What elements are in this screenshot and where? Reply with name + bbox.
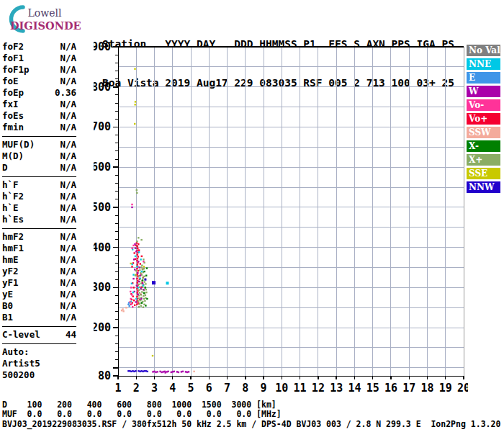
echo-point	[188, 371, 189, 372]
echo-point	[133, 300, 135, 301]
echo-point	[135, 104, 136, 105]
param-label: foEs	[2, 110, 24, 122]
echo-point	[145, 289, 147, 290]
echo-point	[131, 294, 132, 295]
echo-point	[143, 266, 145, 267]
echo-point	[138, 249, 140, 251]
echo-point	[134, 68, 135, 70]
param-row-b0: B0N/A	[2, 300, 76, 312]
echo-point	[161, 372, 162, 373]
echo-point	[136, 278, 138, 279]
param-label: foEp	[2, 87, 24, 99]
param-value: 0.36	[55, 87, 76, 99]
param-row-md: M(D)N/A	[2, 150, 76, 162]
echo-point	[132, 296, 134, 297]
muf-row: MUF 0.0 0.0 0.0 0.0 0.0 0.0 0.0 0.0 [MHz…	[2, 410, 282, 419]
echo-point	[140, 272, 141, 274]
param-label: foF1p	[2, 64, 30, 76]
param-row-foes: foEsN/A	[2, 110, 76, 122]
axis-tick-label: 80	[98, 369, 111, 382]
param-row-fof1p: foF1pN/A	[2, 64, 76, 76]
echo-point	[146, 298, 148, 300]
echo-point	[138, 294, 139, 295]
echo-point	[142, 283, 143, 284]
axis-tick-label: 20	[457, 382, 468, 395]
axis-tick-label: 700	[94, 120, 111, 133]
axis-tick-label: 17	[402, 382, 415, 395]
echo-point	[144, 300, 145, 302]
echo-point	[131, 207, 132, 208]
axis-tick-label: 800	[94, 81, 111, 94]
param-label: foF1	[2, 53, 24, 64]
echo-point	[137, 282, 138, 284]
param-label: fxI	[2, 99, 19, 110]
param-footer-line: 500200	[2, 369, 76, 381]
param-row-hf2: h`F2N/A	[2, 191, 76, 202]
param-label: yF1	[2, 277, 19, 289]
echo-point	[138, 270, 139, 271]
param-row-hes: h`EsN/A	[2, 214, 76, 225]
param-value: N/A	[60, 64, 76, 76]
axis-tick-label: 18	[420, 382, 433, 395]
section-divider	[2, 326, 76, 327]
echo-point	[174, 371, 175, 372]
echo-point	[145, 294, 146, 296]
echo-point	[141, 265, 143, 266]
param-row-ye: yEN/A	[2, 289, 76, 300]
axis-tick-label: 10	[275, 382, 288, 395]
echo-point	[178, 372, 179, 373]
echo-point	[132, 274, 134, 275]
echo-point	[155, 372, 156, 373]
echo-point	[139, 269, 140, 271]
echo-point	[137, 248, 138, 249]
axis-tick-label: 600	[94, 161, 111, 174]
ionogram-app: { "logo": { "line1": "Lowell", "line2": …	[0, 0, 504, 432]
param-panel: foF2N/AfoF1N/AfoF1pN/AfoEN/AfoEp0.36fxIN…	[2, 41, 76, 381]
axis-tick-label: 5	[188, 382, 194, 395]
param-row-hme: hmEN/A	[2, 254, 76, 266]
file-info-row: BVJ03_2019229083035.RSF / 380fx512h 50 k…	[2, 420, 500, 429]
echo-point	[143, 276, 145, 277]
echo-point	[141, 291, 143, 292]
axis-tick-label: 2	[133, 382, 140, 395]
echo-point	[145, 287, 146, 288]
param-row-clevel: C-level44	[2, 329, 76, 341]
param-value: N/A	[60, 139, 76, 150]
param-label: C-level	[2, 329, 40, 341]
param-row-foe: foEN/A	[2, 76, 76, 87]
section-divider	[2, 228, 76, 229]
echo-point	[136, 240, 138, 242]
param-label: foF2	[2, 41, 24, 53]
echo-point	[131, 283, 132, 284]
legend-item-noval: No Val	[467, 45, 500, 56]
param-value: N/A	[60, 300, 76, 312]
legend-item-e: E	[467, 72, 500, 84]
echo-point	[182, 371, 184, 372]
section-divider	[2, 136, 76, 137]
echo-point	[138, 251, 140, 253]
param-value: N/A	[60, 231, 76, 243]
echo-point	[140, 239, 142, 240]
echo-point	[130, 291, 131, 292]
param-label: h`Es	[2, 214, 24, 225]
legend-item-vo: Vo+	[467, 113, 500, 125]
echo-point	[136, 296, 138, 297]
param-value: N/A	[60, 179, 76, 191]
echo-point	[140, 283, 142, 284]
echo-point	[143, 261, 144, 262]
param-row-fxi: fxIN/A	[2, 99, 76, 110]
legend-item-x: X-	[467, 140, 500, 152]
param-label: hmF1	[2, 243, 24, 254]
echo-point	[138, 297, 140, 299]
echo-point	[144, 279, 146, 281]
echo-point	[129, 305, 130, 307]
param-value: N/A	[60, 191, 76, 202]
param-label: h`E	[2, 202, 19, 214]
echo-point	[136, 192, 138, 194]
echo-point	[152, 355, 153, 356]
axis-tick-label: 4	[169, 382, 176, 395]
echo-point	[141, 256, 143, 257]
param-label: yE	[2, 289, 13, 300]
echo-point	[133, 258, 135, 260]
echo-point	[140, 266, 142, 268]
